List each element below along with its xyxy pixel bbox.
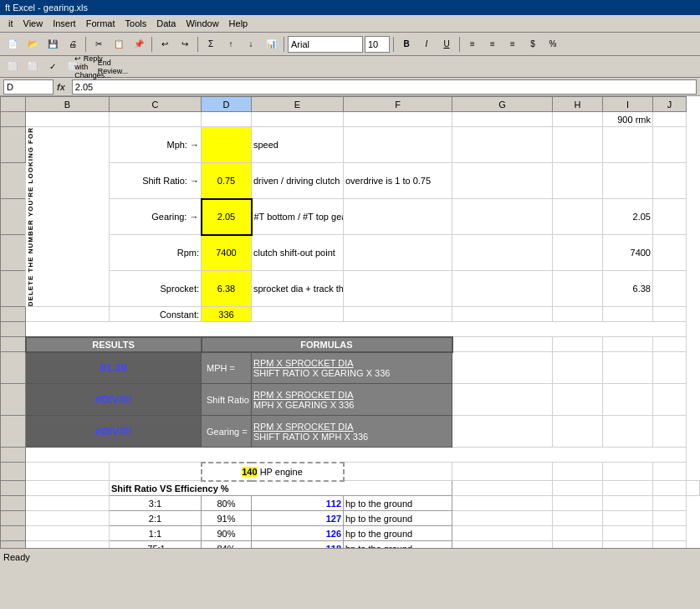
col-header-e[interactable]: E (252, 97, 344, 112)
cell-g4[interactable] (452, 199, 553, 235)
cell-h-sr1[interactable] (603, 496, 653, 511)
menu-item-data[interactable]: Data (151, 17, 181, 30)
col-header-c[interactable]: C (110, 97, 202, 112)
cell-j3[interactable] (653, 163, 687, 199)
cell-j4[interactable] (653, 199, 687, 235)
cell-j2[interactable] (653, 127, 687, 163)
col-header-d[interactable]: D (202, 97, 252, 112)
name-box[interactable] (3, 79, 54, 95)
col-header-j[interactable]: J (653, 97, 687, 112)
menu-item-file[interactable]: it (3, 17, 18, 30)
cell-g7[interactable] (452, 307, 553, 322)
formula-input[interactable] (72, 79, 697, 95)
cell-d3-shift[interactable]: 0.75 (202, 163, 252, 199)
currency-btn[interactable]: $ (524, 35, 542, 54)
result-gearing[interactable]: #DIV/0! (26, 416, 202, 448)
cell-b-sr1[interactable] (26, 496, 110, 511)
cell-c1[interactable] (110, 112, 202, 127)
cell-i4[interactable]: 2.05 (603, 199, 653, 235)
cell-h-sre[interactable] (603, 481, 653, 496)
menu-item-window[interactable]: Window (181, 17, 223, 30)
cell-b-sr2[interactable] (26, 511, 110, 526)
cell-j1[interactable] (653, 112, 687, 127)
align-right-btn[interactable]: ≡ (503, 35, 522, 54)
align-center-btn[interactable]: ≡ (483, 35, 502, 54)
cell-i-sr4[interactable] (653, 541, 687, 548)
cell-g2[interactable] (452, 127, 553, 163)
cell-g-gear[interactable] (452, 416, 553, 448)
cell-b-sr4[interactable] (26, 541, 110, 548)
cell-h-sr2[interactable] (603, 511, 653, 526)
cell-d2-mph[interactable] (202, 127, 252, 163)
tb2-btn3[interactable]: ✓ (43, 58, 62, 76)
undo-btn[interactable]: ↩ (156, 35, 174, 54)
col-header-h[interactable]: H (553, 97, 603, 112)
cell-g5[interactable] (452, 235, 553, 271)
cell-g1[interactable] (452, 112, 553, 127)
save-btn[interactable]: 💾 (43, 35, 62, 54)
cell-h7[interactable] (553, 307, 603, 322)
cell-i3[interactable] (603, 163, 653, 199)
cell-g-hp[interactable] (452, 463, 553, 481)
print-btn[interactable]: 🖨 (64, 35, 82, 54)
cell-g-rf[interactable] (452, 337, 553, 352)
cell-i-sr3[interactable] (653, 526, 687, 541)
cell-f4[interactable] (344, 199, 452, 235)
cell-h-sr4[interactable] (603, 541, 653, 548)
cell-g-sr2[interactable] (553, 511, 603, 526)
cell-c2-mph[interactable]: Mph: → (110, 127, 202, 163)
font-name-input[interactable] (288, 36, 363, 53)
cell-e6[interactable]: sprocket dia + track thickness (252, 271, 344, 307)
cell-f-sr1[interactable] (452, 496, 553, 511)
copy-btn[interactable]: 📋 (110, 35, 128, 54)
cell-f2[interactable] (344, 127, 452, 163)
sort-asc-btn[interactable]: ↑ (222, 35, 240, 54)
cell-b-hp[interactable] (26, 463, 110, 481)
cell-h6[interactable] (553, 271, 603, 307)
result-shift[interactable]: #DIV/0! (26, 384, 202, 416)
cell-b-sre[interactable] (26, 481, 110, 496)
cell-e5[interactable]: clutch shift-out point (252, 235, 344, 271)
cell-b2[interactable]: DELETE THE NUMBER YOU'RE LOOKING FOR (26, 127, 110, 307)
result-mph[interactable]: 91.39 (26, 352, 202, 384)
cell-i-sr2[interactable] (653, 511, 687, 526)
cell-j-mph[interactable] (653, 352, 687, 384)
cell-e4[interactable]: #T bottom / #T top gear (252, 199, 344, 235)
redo-btn[interactable]: ↪ (176, 35, 194, 54)
cell-h2[interactable] (553, 127, 603, 163)
cell-f-hp[interactable] (344, 463, 452, 481)
cell-f-sr3[interactable] (452, 526, 553, 541)
cell-g-mph[interactable] (452, 352, 553, 384)
cell-d6-sprocket[interactable]: 6.38 (202, 271, 252, 307)
cell-j-sre[interactable] (687, 481, 700, 496)
cell-i-shift[interactable] (603, 384, 653, 416)
cut-btn[interactable]: ✂ (89, 35, 108, 54)
cell-f1[interactable] (344, 112, 452, 127)
cell-g3[interactable] (452, 163, 553, 199)
italic-btn[interactable]: I (417, 35, 436, 54)
cell-h4[interactable] (553, 199, 603, 235)
cell-i7[interactable] (603, 307, 653, 322)
cell-h-mph[interactable] (553, 352, 603, 384)
cell-f6[interactable] (344, 271, 452, 307)
cell-e7[interactable] (252, 307, 344, 322)
new-btn[interactable]: 📄 (3, 35, 22, 54)
tb2-btn2[interactable]: ⬜ (23, 58, 42, 76)
cell-g-sr1[interactable] (553, 496, 603, 511)
paste-btn[interactable]: 📌 (130, 35, 148, 54)
cell-d1[interactable] (202, 112, 252, 127)
cell-j6[interactable] (653, 271, 687, 307)
chart-btn[interactable]: 📊 (262, 35, 280, 54)
cell-c4[interactable]: Gearing: → (110, 199, 202, 235)
cell-e3[interactable]: driven / driving clutch belt radius (252, 163, 344, 199)
menu-item-view[interactable]: View (18, 17, 49, 30)
cell-f-sr2[interactable] (452, 511, 553, 526)
cell-b7[interactable] (26, 307, 110, 322)
cell-d7-constant[interactable]: 336 (202, 307, 252, 322)
cell-i1[interactable]: 900 rmk (603, 112, 653, 127)
cell-h-gear[interactable] (553, 416, 603, 448)
col-header-f[interactable]: F (344, 97, 452, 112)
cell-c7[interactable]: Constant: (110, 307, 202, 322)
end-review-btn[interactable]: End Review... (104, 58, 122, 76)
col-header-i[interactable]: I (603, 97, 653, 112)
